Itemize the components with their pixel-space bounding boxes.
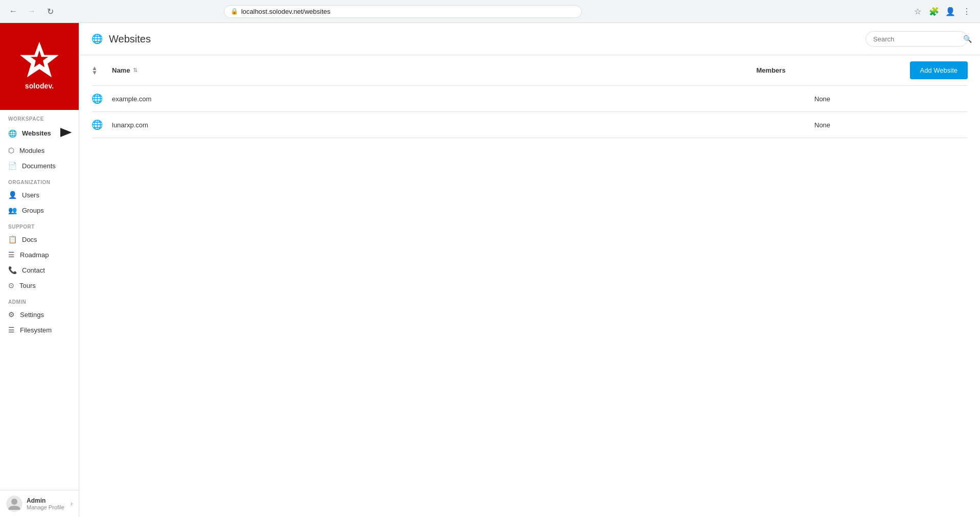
search-input[interactable] [873, 35, 959, 43]
sidebar-item-roadmap[interactable]: ☰ Roadmap [0, 247, 79, 262]
search-icon[interactable]: 🔍 [963, 35, 972, 43]
users-icon: 👤 [8, 191, 17, 199]
table-header: ▲ ▼ Name ⇅ Members Add Website [92, 55, 968, 86]
lock-icon: 🔒 [231, 8, 238, 15]
sidebar-workspace-section: WORKSPACE 🌐 Websites ⬡ Modules 📄 Documen… [0, 110, 79, 173]
groups-icon: 👥 [8, 206, 17, 214]
sidebar-item-tours[interactable]: ⊙ Tours [0, 278, 79, 293]
address-bar: 🔒 localhost.solodev.net/websites [224, 5, 582, 18]
globe-icon: 🌐 [8, 129, 17, 138]
logo-svg: solodev. [11, 38, 67, 95]
logo[interactable]: solodev. [0, 23, 79, 110]
sidebar-item-contact[interactable]: 📞 Contact [0, 262, 79, 278]
sidebar-docs-label: Docs [22, 236, 71, 243]
row-globe-icon-1: 🌐 [92, 93, 112, 104]
sidebar-footer[interactable]: Admin Manage Profile › [0, 490, 79, 517]
sidebar-settings-label: Settings [20, 311, 71, 319]
svg-point-5 [11, 499, 17, 505]
forward-button[interactable]: → [25, 4, 39, 18]
table-row: 🌐 example.com None [92, 86, 968, 112]
header-globe-icon: 🌐 [92, 33, 103, 44]
sidebar-tours-label: Tours [19, 282, 71, 289]
sidebar-item-websites[interactable]: 🌐 Websites [0, 124, 79, 143]
sidebar-admin-section: ADMIN ⚙ Settings ☰ Filesystem [0, 293, 79, 338]
sort-column[interactable]: ▲ ▼ [92, 66, 112, 75]
sidebar-item-documents[interactable]: 📄 Documents [0, 158, 79, 173]
modules-icon: ⬡ [8, 146, 14, 154]
sidebar-item-modules[interactable]: ⬡ Modules [0, 143, 79, 158]
filesystem-icon: ☰ [8, 326, 15, 334]
admin-label: ADMIN [0, 293, 79, 307]
row-name-1[interactable]: example.com [112, 95, 814, 103]
chevron-right-icon: › [71, 500, 73, 507]
reload-button[interactable]: ↻ [43, 4, 57, 18]
sidebar-modules-label: Modules [19, 147, 71, 154]
menu-button[interactable]: ⋮ [960, 4, 974, 18]
sidebar-item-filesystem[interactable]: ☰ Filesystem [0, 322, 79, 338]
settings-icon: ⚙ [8, 310, 15, 319]
row-members-1: None [814, 95, 968, 103]
roadmap-icon: ☰ [8, 251, 15, 259]
url-text: localhost.solodev.net/websites [241, 8, 575, 15]
main-content: 🌐 Websites 🔍 ▲ ▼ Name ⇅ [79, 23, 980, 517]
docs-icon: 📋 [8, 235, 17, 243]
workspace-label: WORKSPACE [0, 110, 79, 124]
app-container: solodev. WORKSPACE 🌐 Websites ⬡ Modules [0, 23, 980, 517]
row-globe-icon-2: 🌐 [92, 119, 112, 130]
browser-actions: ☆ 🧩 👤 ⋮ [910, 4, 974, 18]
sidebar-contact-label: Contact [22, 266, 71, 274]
back-button[interactable]: ← [6, 4, 20, 18]
sidebar-users-label: Users [22, 191, 71, 199]
browser-chrome: ← → ↻ 🔒 localhost.solodev.net/websites ☆… [0, 0, 980, 23]
footer-sub: Manage Profile [27, 504, 66, 510]
row-name-2[interactable]: lunarxp.com [112, 121, 814, 129]
tours-icon: ⊙ [8, 281, 14, 289]
sort-icon: ▲ ▼ [92, 66, 98, 75]
main-body: ▲ ▼ Name ⇅ Members Add Website 🌐 ex [79, 55, 980, 517]
footer-name: Admin [27, 497, 66, 504]
extension-button[interactable]: 🧩 [927, 4, 941, 18]
name-sort-icon[interactable]: ⇅ [133, 67, 138, 74]
svg-text:solodev.: solodev. [25, 82, 54, 90]
col-name-header: Name ⇅ [112, 66, 757, 74]
sidebar-groups-label: Groups [22, 207, 71, 214]
documents-icon: 📄 [8, 162, 17, 170]
page-title: Websites [109, 33, 859, 45]
sidebar-documents-label: Documents [22, 162, 71, 170]
sidebar-item-settings[interactable]: ⚙ Settings [0, 307, 79, 322]
footer-info: Admin Manage Profile [27, 497, 66, 510]
sidebar-item-users[interactable]: 👤 Users [0, 187, 79, 203]
sidebar-support-section: SUPPORT 📋 Docs ☰ Roadmap 📞 Contact ⊙ Tou… [0, 218, 79, 293]
sidebar-filesystem-label: Filesystem [20, 326, 71, 334]
search-box: 🔍 [865, 31, 968, 47]
profile-button[interactable]: 👤 [943, 4, 958, 18]
col-members-header: Members [757, 66, 910, 74]
table-row: 🌐 lunarxp.com None [92, 112, 968, 138]
col-action-header: Add Website [910, 61, 968, 79]
sidebar-websites-label: Websites [22, 129, 51, 137]
sidebar-item-groups[interactable]: 👥 Groups [0, 203, 79, 218]
sidebar: solodev. WORKSPACE 🌐 Websites ⬡ Modules [0, 23, 79, 517]
active-arrow [60, 127, 76, 139]
star-button[interactable]: ☆ [910, 4, 925, 18]
main-header: 🌐 Websites 🔍 [79, 23, 980, 55]
sidebar-item-docs[interactable]: 📋 Docs [0, 232, 79, 247]
support-label: SUPPORT [0, 218, 79, 232]
svg-marker-3 [60, 128, 72, 137]
add-website-button[interactable]: Add Website [910, 61, 968, 79]
sidebar-roadmap-label: Roadmap [20, 251, 71, 259]
contact-icon: 📞 [8, 266, 17, 274]
row-members-2: None [814, 121, 968, 129]
avatar [6, 496, 22, 512]
organization-label: ORGANIZATION [0, 173, 79, 187]
sidebar-organization-section: ORGANIZATION 👤 Users 👥 Groups [0, 173, 79, 218]
